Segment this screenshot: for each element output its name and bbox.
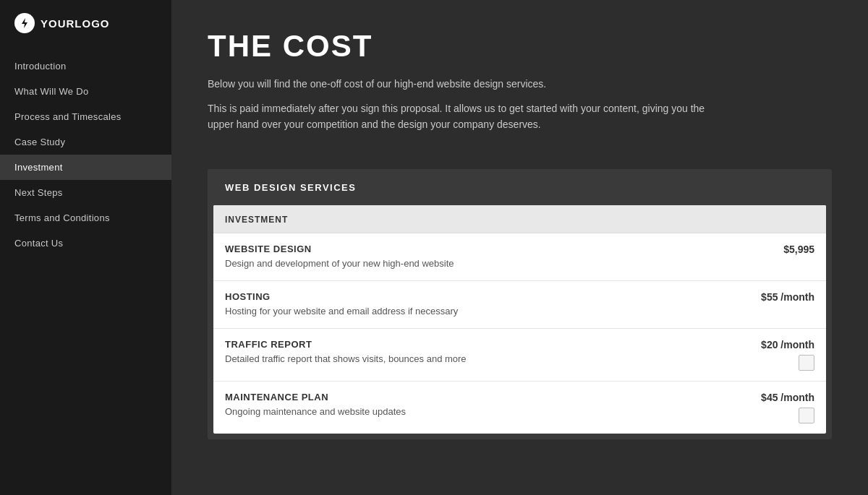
logo-text: YOURLOGO (41, 17, 110, 30)
service-price-hosting: $55 /month (761, 291, 814, 303)
service-price-area-website-design: $5,995 (742, 244, 814, 255)
traffic-checkbox[interactable] (799, 355, 814, 371)
header-section: THE COST Below you will find the one-off… (171, 0, 868, 147)
sidebar-item-what-will-we-do[interactable]: What Will We Do (0, 79, 171, 104)
service-desc-traffic: Detailed traffic report that shows visit… (225, 353, 572, 366)
service-info-hosting: HOSTING Hosting for your website and ema… (225, 291, 742, 318)
main-content: THE COST Below you will find the one-off… (171, 0, 868, 495)
service-name-hosting: HOSTING (225, 291, 742, 302)
page-subtitle: Below you will find the one-off cost of … (208, 77, 832, 92)
service-info-traffic: TRAFFIC REPORT Detailed traffic report t… (225, 339, 742, 366)
service-desc-website-design: Design and development of your new high-… (225, 257, 572, 270)
sidebar-item-investment[interactable]: Investment (0, 155, 171, 180)
service-row-hosting: HOSTING Hosting for your website and ema… (213, 281, 826, 329)
sidebar-item-terms[interactable]: Terms and Conditions (0, 205, 171, 231)
service-name-traffic: TRAFFIC REPORT (225, 339, 742, 350)
service-row-maintenance: MAINTENANCE PLAN Ongoing maintenance and… (213, 382, 826, 434)
investment-header-row: INVESTMENT (213, 205, 826, 233)
content-section: WEB DESIGN SERVICES INVESTMENT WEBSITE D… (171, 147, 868, 495)
service-info-maintenance: MAINTENANCE PLAN Ongoing maintenance and… (225, 392, 742, 418)
service-price-maintenance: $45 /month (761, 392, 814, 403)
service-info-website-design: WEBSITE DESIGN Design and development of… (225, 244, 742, 270)
services-header: WEB DESIGN SERVICES (208, 169, 832, 205)
services-title: WEB DESIGN SERVICES (225, 182, 356, 193)
maintenance-checkbox[interactable] (799, 408, 814, 423)
service-price-area-maintenance: $45 /month (742, 392, 814, 423)
sidebar-item-process[interactable]: Process and Timescales (0, 104, 171, 129)
service-desc-maintenance: Ongoing maintenance and website updates (225, 405, 572, 418)
sidebar: YOURLOGO Introduction What Will We Do Pr… (0, 0, 171, 495)
service-row-website-design: WEBSITE DESIGN Design and development of… (213, 233, 826, 281)
service-row-traffic: TRAFFIC REPORT Detailed traffic report t… (213, 329, 826, 382)
service-price-area-traffic: $20 /month (742, 339, 814, 371)
logo-area: YOURLOGO (0, 0, 171, 46)
service-price-area-hosting: $55 /month (742, 291, 814, 303)
service-desc-hosting: Hosting for your website and email addre… (225, 305, 572, 318)
sidebar-item-next-steps[interactable]: Next Steps (0, 180, 171, 205)
sidebar-item-case-study[interactable]: Case Study (0, 129, 171, 155)
sidebar-item-introduction[interactable]: Introduction (0, 53, 171, 79)
services-table: INVESTMENT WEBSITE DESIGN Design and dev… (213, 205, 826, 434)
logo-icon (14, 13, 35, 33)
service-price-traffic: $20 /month (761, 339, 814, 350)
page-description: This is paid immediately after you sign … (208, 100, 714, 133)
page-title: THE COST (208, 29, 832, 64)
sidebar-item-contact[interactable]: Contact Us (0, 231, 171, 256)
investment-header-label: INVESTMENT (225, 215, 288, 225)
services-card: WEB DESIGN SERVICES INVESTMENT WEBSITE D… (208, 169, 832, 439)
service-name-website-design: WEBSITE DESIGN (225, 244, 742, 254)
service-name-maintenance: MAINTENANCE PLAN (225, 392, 742, 403)
nav-menu: Introduction What Will We Do Process and… (0, 53, 171, 256)
service-price-website-design: $5,995 (783, 244, 814, 255)
svg-marker-0 (22, 18, 27, 28)
logo-regular-text: YOUR (41, 17, 75, 30)
logo-bold-text: LOGO (75, 17, 109, 30)
